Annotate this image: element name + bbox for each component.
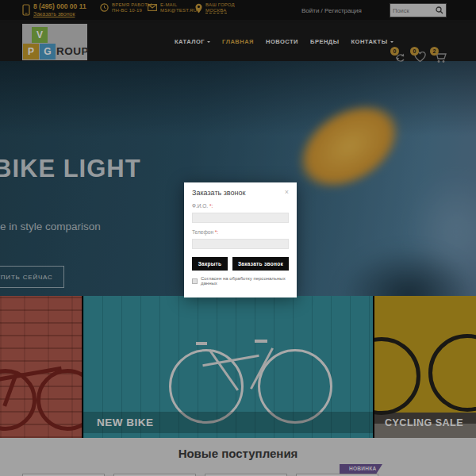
field-label-text: Телефон bbox=[192, 229, 213, 235]
required-marker: *: bbox=[209, 203, 213, 209]
consent-label: Согласен на обработку персональных данны… bbox=[201, 276, 289, 286]
consent-checkbox[interactable] bbox=[192, 278, 198, 284]
callback-modal: Заказать звонок × Ф.И.О. *: Телефон *: З… bbox=[184, 182, 297, 298]
phone-field: Телефон *: bbox=[192, 229, 289, 249]
modal-title: Заказать звонок bbox=[192, 189, 245, 197]
fio-label: Ф.И.О. *: bbox=[192, 203, 289, 209]
required-marker: *: bbox=[215, 229, 218, 235]
consent-row: Согласен на обработку персональных данны… bbox=[192, 276, 289, 286]
fio-field: Ф.И.О. *: bbox=[192, 203, 289, 223]
close-icon[interactable]: × bbox=[285, 189, 289, 196]
modal-close-button[interactable]: Закрыть bbox=[192, 257, 228, 271]
modal-submit-button[interactable]: Заказать звонок bbox=[232, 257, 289, 271]
fio-input[interactable] bbox=[192, 213, 289, 223]
page: 8 (495) 000 00 11 Заказать звонок ВРЕМЯ … bbox=[0, 0, 476, 476]
field-label-text: Ф.И.О. bbox=[192, 203, 208, 209]
phone-input[interactable] bbox=[192, 239, 289, 249]
phone-label: Телефон *: bbox=[192, 229, 289, 235]
